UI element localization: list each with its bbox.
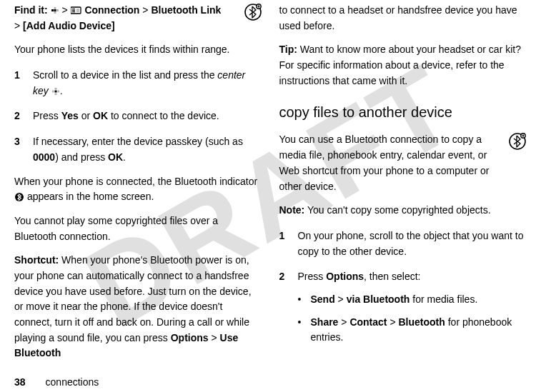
tip-label: Tip:: [279, 44, 297, 55]
bluetooth-indicator-icon: [14, 192, 24, 202]
rstep-2: 2 Press Options, then select:: [279, 269, 527, 285]
b2d: >: [387, 316, 399, 328]
s3b: 0000: [33, 151, 55, 163]
s1c: .: [60, 85, 63, 96]
step-2: 2 Press Yes or OK to connect to the devi…: [14, 109, 262, 124]
gt: >: [61, 4, 67, 16]
page-columns: Find it: > Connection > Bluetooth Link >…: [0, 0, 541, 371]
copy-heading: copy files to another device: [279, 101, 527, 124]
copy-intro: You can use a Bluetooth connection to co…: [279, 132, 503, 194]
connection-menu-icon: [71, 6, 82, 15]
find-it-label: Find it:: [14, 4, 48, 16]
path-connection: Connection: [84, 4, 139, 16]
bullet-dot-icon: •: [298, 292, 302, 308]
s3e: .: [123, 151, 126, 163]
find-it-line: Find it: > Connection > Bluetooth Link >…: [14, 3, 262, 34]
b2a: Share: [311, 316, 339, 328]
svg-rect-0: [51, 9, 54, 11]
svg-rect-1: [54, 7, 56, 9]
svg-rect-8: [72, 11, 75, 12]
s3a: If necessary, enter the device passkey (…: [33, 136, 243, 147]
r2b: Options: [326, 271, 364, 282]
s3d: OK: [108, 151, 123, 163]
bullet-dot-icon-2: •: [298, 315, 302, 346]
gt2: >: [142, 4, 148, 16]
tip-body: Want to know more about your headset or …: [279, 44, 522, 86]
b2b: >: [338, 316, 349, 328]
svg-rect-13: [52, 91, 54, 93]
connected-para: When your phone is connected, the Blueto…: [14, 174, 262, 205]
note-label: Note:: [279, 204, 305, 216]
copy-intro-row: You can use a Bluetooth connection to co…: [279, 132, 527, 194]
svg-rect-9: [76, 9, 79, 12]
carry-para: to connect to a headset or handsfree dev…: [279, 3, 527, 34]
s3c: ) and press: [55, 151, 108, 163]
svg-rect-16: [54, 94, 56, 96]
shortcut-b: Options: [171, 332, 209, 343]
copyright-para: You cannot play some copyrighted files o…: [14, 213, 262, 244]
s2a: Press: [33, 110, 61, 121]
left-column: Find it: > Connection > Bluetooth Link >…: [14, 3, 262, 371]
svg-rect-12: [54, 91, 56, 93]
shortcut-para: Shortcut: When your phone's Bluetooth po…: [14, 253, 262, 361]
r2c: , then select:: [364, 271, 420, 282]
conn-a: When your phone is connected, the Blueto…: [14, 176, 257, 187]
note-body: You can't copy some copyrighted objects.: [304, 204, 490, 216]
step-num-3: 3: [14, 134, 23, 165]
conn-b: appears in the home screen.: [27, 191, 154, 202]
bluetooth-feature-icon: [244, 3, 262, 21]
rstep-num-1: 1: [279, 228, 288, 259]
gt3: >: [14, 20, 20, 31]
b2e: Bluetooth: [398, 316, 445, 328]
s2b: Yes: [61, 110, 79, 121]
bluetooth-feature-icon-2: [508, 132, 527, 151]
s1a: Scroll to a device in the list and press…: [33, 69, 217, 81]
right-column: to connect to a headset or handsfree dev…: [279, 3, 527, 371]
step-num-1: 1: [14, 68, 23, 99]
page-number: 38: [14, 376, 26, 388]
rstep-body-1: On your phone, scroll to the object that…: [298, 228, 527, 259]
center-key-icon: [51, 6, 59, 15]
center-key-icon-inline: [51, 87, 60, 96]
bullet-2: • Share > Contact > Bluetooth for phoneb…: [279, 315, 527, 346]
svg-rect-7: [72, 10, 75, 11]
shortcut-a: When your phone's Bluetooth power is on,…: [14, 254, 252, 343]
step-num-2: 2: [14, 109, 23, 124]
svg-rect-15: [54, 88, 56, 90]
b1a: Send: [311, 293, 335, 305]
page-footer: 38 connections: [14, 376, 99, 388]
section-name: connections: [46, 376, 99, 388]
s2c: or: [79, 110, 93, 121]
s2e: to connect to the device.: [108, 110, 219, 121]
b2c: Contact: [349, 316, 387, 328]
intro-para: Your phone lists the devices it finds wi…: [14, 42, 262, 58]
path-btlink: Bluetooth Link: [151, 4, 221, 16]
svg-rect-2: [54, 11, 56, 14]
path-add-audio: [Add Audio Device]: [23, 20, 115, 31]
rstep-1: 1 On your phone, scroll to the object th…: [279, 228, 527, 259]
tip-para: Tip: Want to know more about your headse…: [279, 42, 527, 89]
b1b: >: [335, 293, 347, 305]
shortcut-label: Shortcut:: [14, 254, 59, 266]
step-3: 3 If necessary, enter the device passkey…: [14, 134, 262, 165]
svg-rect-14: [57, 91, 59, 93]
b1c: via Bluetooth: [347, 293, 410, 305]
svg-rect-4: [54, 9, 56, 11]
svg-rect-3: [56, 9, 59, 11]
bullet-1: • Send > via Bluetooth for media files.: [279, 292, 527, 308]
note-para: Note: You can't copy some copyrighted ob…: [279, 203, 527, 218]
svg-rect-6: [72, 9, 75, 9]
shortcut-c: >: [209, 332, 220, 343]
s2d: OK: [93, 110, 108, 121]
b1d: for media files.: [410, 293, 477, 305]
step-1: 1 Scroll to a device in the list and pre…: [14, 68, 262, 99]
rstep-num-2: 2: [279, 269, 288, 285]
r2a: Press: [298, 271, 327, 282]
